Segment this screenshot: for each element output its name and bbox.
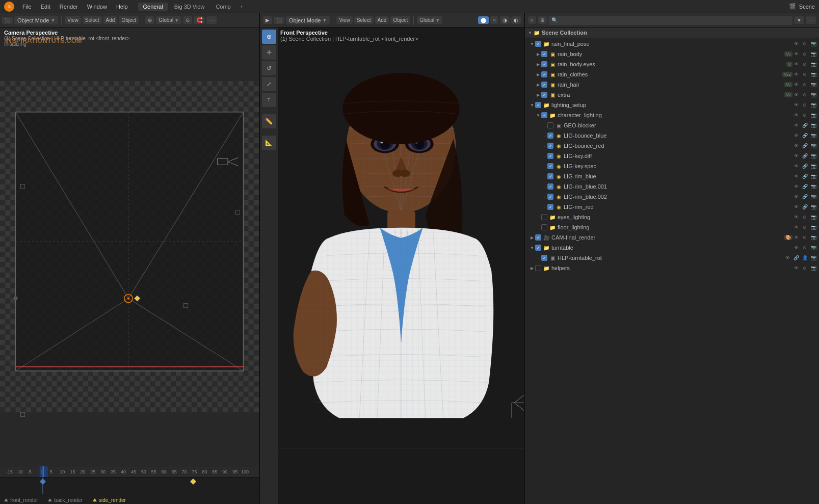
- vis-lrr[interactable]: 👁: [792, 203, 800, 210]
- sel-rh[interactable]: ⊙: [801, 81, 808, 88]
- outliner-floor-lighting[interactable]: - 📁 floor_lighting 👁 ⊙ 📷: [525, 222, 819, 232]
- rend-rh[interactable]: 📷: [810, 81, 817, 88]
- rend-lrb[interactable]: 📷: [810, 173, 817, 180]
- rend-ls[interactable]: 📷: [810, 101, 817, 109]
- outliner-lig-rim-blue-002[interactable]: - ✓ ◉ LIG-rim_blue.002 👁 🔗 📷: [525, 192, 819, 202]
- arrow-gb[interactable]: -: [541, 122, 547, 128]
- outliner-lig-bounce-blue[interactable]: - ✓ ◉ LIG-bounce_blue 👁 🔗 📷: [525, 130, 819, 141]
- arrow-rbe[interactable]: ▶: [535, 61, 541, 67]
- display-mode-solid[interactable]: ⬤: [478, 16, 489, 24]
- sel-ex[interactable]: ⊙: [801, 91, 808, 98]
- check-htr[interactable]: ✓: [541, 255, 547, 261]
- outliner-hlp-turntable-rot[interactable]: - ✓ ▣ HLP-turntable_rot 👁 🔗 👤 📷: [525, 253, 819, 263]
- rend-rb[interactable]: 📷: [810, 50, 817, 58]
- link-lrr[interactable]: 🔗: [801, 203, 808, 210]
- vis-tt[interactable]: 👁: [792, 244, 800, 251]
- transform-tool-btn[interactable]: T: [262, 93, 276, 107]
- sel-tt[interactable]: ⊙: [801, 244, 808, 251]
- link-lrb2[interactable]: 🔗: [801, 193, 808, 200]
- check-cl[interactable]: ✓: [541, 112, 547, 118]
- arrow-lbr[interactable]: -: [541, 143, 547, 149]
- arrow-el[interactable]: -: [535, 214, 541, 220]
- vis-ls[interactable]: 👁: [792, 101, 800, 109]
- outliner-lig-rim-blue-001[interactable]: - ✓ ◉ LIG-rim_blue.001 👁 🔗 📷: [525, 181, 819, 192]
- sel-rbe[interactable]: ⊙: [801, 61, 808, 68]
- menu-file[interactable]: File: [18, 3, 36, 11]
- check-cfr[interactable]: ✓: [535, 234, 541, 241]
- link-htr[interactable]: 🔗: [792, 254, 800, 261]
- outliner-lig-rim-red[interactable]: - ✓ ◉ LIG-rim_red 👁 🔗 📷: [525, 202, 819, 212]
- check-ls[interactable]: ✓: [535, 102, 541, 108]
- vis-cl[interactable]: 👁: [792, 112, 800, 119]
- vis-rbe[interactable]: 👁: [792, 61, 800, 68]
- check-rb[interactable]: ✓: [541, 51, 547, 57]
- rend-htr[interactable]: 📷: [810, 254, 817, 261]
- sel-cl[interactable]: ⊙: [801, 112, 808, 119]
- rend-tt[interactable]: 📷: [810, 244, 817, 251]
- vis-htr[interactable]: 👁: [784, 254, 791, 261]
- link-lrb1[interactable]: 🔗: [801, 183, 808, 190]
- left-snap-icon[interactable]: 🧲: [194, 16, 205, 24]
- vis-help[interactable]: 👁: [792, 264, 800, 272]
- left-transform-mode[interactable]: Global ▼: [156, 16, 181, 24]
- arrow-rc[interactable]: ▶: [535, 71, 541, 77]
- extra-htr[interactable]: 👤: [801, 254, 808, 261]
- middle-object-mode[interactable]: Object Mode ▼: [286, 16, 330, 24]
- vis-rfp[interactable]: 👁: [792, 40, 800, 47]
- left-add-menu[interactable]: Add: [103, 16, 118, 24]
- vis-rh[interactable]: 👁: [792, 81, 800, 88]
- outliner-lig-rim-blue[interactable]: - ✓ ◉ LIG-rim_blue 👁 🔗 📷: [525, 171, 819, 181]
- sel-el[interactable]: ⊙: [801, 214, 808, 221]
- sel-ls[interactable]: ⊙: [801, 101, 808, 109]
- sel-cfr[interactable]: ⊙: [801, 234, 808, 241]
- check-rh[interactable]: ✓: [541, 82, 547, 88]
- vis-lbb[interactable]: 👁: [792, 132, 800, 139]
- sel-fl[interactable]: ⊙: [801, 224, 808, 231]
- arrow-rh[interactable]: ▶: [535, 82, 541, 88]
- marker-back-render[interactable]: back_render: [48, 497, 83, 503]
- link-lks[interactable]: 🔗: [801, 163, 808, 170]
- arrow-lrb2[interactable]: -: [541, 194, 547, 200]
- rend-lbr[interactable]: 📷: [810, 142, 817, 149]
- left-object-menu[interactable]: Object: [119, 16, 139, 24]
- sort-icon[interactable]: ⋯: [806, 16, 816, 24]
- annotate-tool-btn[interactable]: ✏️: [262, 114, 276, 128]
- outliner-rain-body[interactable]: ▶ ✓ ▣ rain_body V₆ 👁 ⊙ 📷: [525, 49, 819, 59]
- arrow-lrr[interactable]: -: [541, 204, 547, 210]
- rend-help[interactable]: 📷: [810, 264, 817, 272]
- sel-rc[interactable]: ⊙: [801, 71, 808, 78]
- middle-add-menu[interactable]: Add: [375, 16, 389, 24]
- rend-lrr[interactable]: 📷: [810, 203, 817, 210]
- vis-ex[interactable]: 👁: [792, 91, 800, 98]
- vis-lkd[interactable]: 👁: [792, 152, 800, 160]
- check-lrr[interactable]: ✓: [547, 204, 553, 210]
- outliner-extra[interactable]: ▶ ✓ ▣ extra V₈ 👁 ⊙ 📷: [525, 90, 819, 100]
- vis-lbr[interactable]: 👁: [792, 142, 800, 149]
- check-lbb[interactable]: ✓: [547, 132, 553, 139]
- check-lbr[interactable]: ✓: [547, 143, 553, 149]
- arrow-lkd[interactable]: -: [541, 153, 547, 159]
- marker-front-render[interactable]: front_render: [4, 497, 38, 503]
- vis-gb[interactable]: 👁: [792, 122, 800, 129]
- rend-rc[interactable]: 📷: [810, 71, 817, 78]
- check-lkd[interactable]: ✓: [547, 153, 553, 159]
- outliner-rain-clothes[interactable]: ▶ ✓ ▣ rain_clothes V₁₃ 👁 ⊙ 📷: [525, 69, 819, 79]
- rend-fl[interactable]: 📷: [810, 224, 817, 231]
- vis-lks[interactable]: 👁: [792, 163, 800, 170]
- rend-lrb2[interactable]: 📷: [810, 193, 817, 200]
- middle-select-menu[interactable]: Select: [354, 16, 374, 24]
- vis-rc[interactable]: 👁: [792, 71, 800, 78]
- outliner-lighting-setup[interactable]: ▼ ✓ 📁 lighting_setup 👁 ⊙ 📷: [525, 100, 819, 110]
- sel-rb[interactable]: ⊙: [801, 50, 808, 58]
- link-gb[interactable]: 🔗: [801, 122, 808, 129]
- rend-lks[interactable]: 📷: [810, 163, 817, 170]
- check-tt[interactable]: ✓: [535, 245, 541, 251]
- arrow-cl[interactable]: ▼: [535, 112, 541, 118]
- left-select-menu[interactable]: Select: [83, 16, 102, 24]
- outliner-icon-2[interactable]: ⊞: [538, 16, 547, 24]
- rend-ex[interactable]: 📷: [810, 91, 817, 98]
- sel-rfp[interactable]: ⊙: [801, 40, 808, 47]
- rend-el[interactable]: 📷: [810, 214, 817, 221]
- outliner-eyes-lighting[interactable]: - 📁 eyes_lighting 👁 ⊙ 📷: [525, 212, 819, 222]
- arrow-lrb[interactable]: -: [541, 173, 547, 179]
